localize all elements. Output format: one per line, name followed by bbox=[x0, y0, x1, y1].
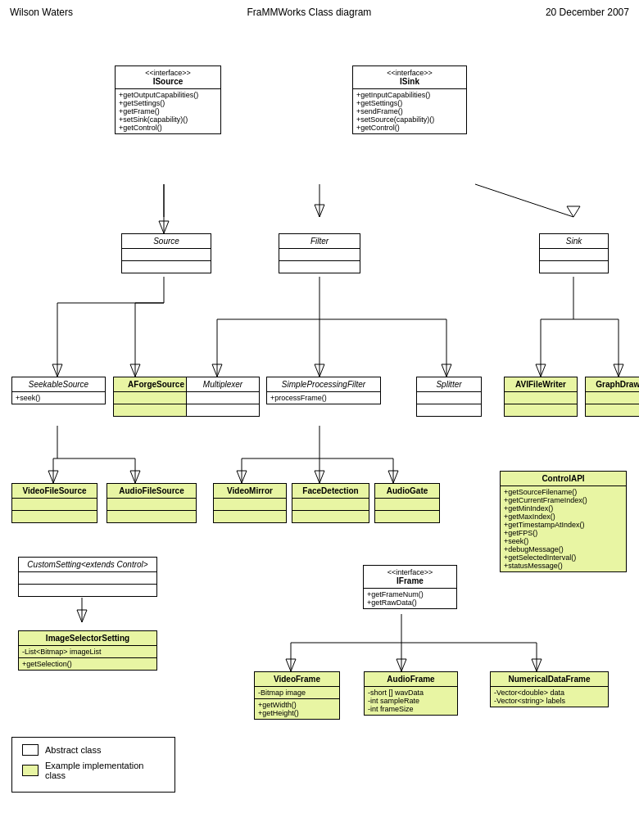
svg-marker-34 bbox=[130, 471, 140, 483]
svg-marker-25 bbox=[536, 364, 546, 377]
numericaldataframe-attrs: -Vector<double> data-Vector<string> labe… bbox=[491, 687, 608, 707]
avifilewriter-box: AVIFileWriter bbox=[504, 377, 578, 417]
audiogate-name: AudioGate bbox=[387, 486, 428, 495]
avifilewriter-name: AVIFileWriter bbox=[515, 380, 566, 389]
videoframe-attrs: -Bitmap image bbox=[255, 687, 339, 699]
svg-marker-44 bbox=[77, 610, 87, 622]
svg-marker-40 bbox=[315, 471, 324, 483]
facedetection-name: FaceDetection bbox=[302, 486, 358, 495]
isource-stereotype: <<interface>> bbox=[120, 69, 215, 77]
imageselectorsetting-attrs: -List<Bitmap> imageList bbox=[19, 646, 156, 658]
controlapi-methods: +getSourceFilename()+getCurrentFrameInde… bbox=[501, 486, 626, 571]
graphdrawer-section2 bbox=[586, 404, 639, 416]
audiogate-section2 bbox=[375, 511, 439, 522]
audiogate-box: AudioGate bbox=[374, 483, 440, 523]
svg-marker-4 bbox=[315, 205, 324, 217]
isink-methods: +getInputCapabilities()+getSettings()+se… bbox=[353, 89, 466, 133]
legend-impl: Example implementation class bbox=[22, 761, 165, 780]
sink-section1 bbox=[540, 249, 608, 261]
videofilesource-section2 bbox=[12, 511, 97, 522]
customsetting-section2 bbox=[19, 585, 156, 596]
graphdrawer-box: GraphDrawer bbox=[585, 377, 639, 417]
aforgesource-name: AForgeSource bbox=[128, 380, 184, 389]
videomirror-box: VideoMirror bbox=[213, 483, 287, 523]
multiplexer-section2 bbox=[187, 404, 259, 416]
isource-box: <<interface>> ISource +getOutputCapabili… bbox=[115, 65, 221, 134]
graphdrawer-name: GraphDrawer bbox=[596, 380, 639, 389]
source-section1 bbox=[122, 249, 211, 261]
videomirror-name: VideoMirror bbox=[227, 486, 273, 495]
iframe-box: <<interface>> IFrame +getFrameNum()+getR… bbox=[363, 565, 457, 609]
splitter-name: Splitter bbox=[436, 380, 461, 389]
spf-methods: +processFrame() bbox=[267, 392, 380, 404]
splitter-box: Splitter bbox=[416, 377, 482, 417]
svg-marker-6 bbox=[567, 206, 580, 217]
audioframe-box: AudioFrame -short [] wavData-int sampleR… bbox=[364, 671, 458, 716]
imageselectorsetting-name: ImageSelectorSetting bbox=[46, 634, 129, 643]
audioframe-name: AudioFrame bbox=[387, 675, 434, 684]
svg-marker-27 bbox=[614, 364, 623, 377]
diagram-title: FraMMWorks Class diagram bbox=[247, 7, 372, 18]
svg-marker-17 bbox=[212, 364, 222, 377]
svg-marker-1 bbox=[159, 221, 169, 233]
legend-impl-label: Example implementation class bbox=[45, 761, 165, 780]
seekablesource-methods: +seek() bbox=[12, 392, 105, 404]
isink-name: ISink bbox=[400, 77, 419, 86]
multiplexer-box: Multiplexer bbox=[186, 377, 260, 417]
legend: Abstract class Example implementation cl… bbox=[11, 737, 175, 793]
filter-section1 bbox=[279, 249, 360, 261]
audiofilesource-name: AudioFileSource bbox=[119, 486, 184, 495]
multiplexer-section1 bbox=[187, 392, 259, 404]
filter-section2 bbox=[279, 261, 360, 273]
customsetting-name: CustomSetting<extends Control> bbox=[27, 560, 147, 569]
audiofilesource-box: AudioFileSource bbox=[106, 483, 197, 523]
diagram-area: <<interface>> ISource +getOutputCapabili… bbox=[0, 25, 639, 811]
customsetting-section1 bbox=[19, 572, 156, 585]
videofilesource-name: VideoFileSource bbox=[22, 486, 86, 495]
diagram-date: 20 December 2007 bbox=[546, 7, 629, 18]
videoframe-name: VideoFrame bbox=[274, 675, 320, 684]
videofilesource-section1 bbox=[12, 499, 97, 511]
legend-abstract-box bbox=[22, 744, 39, 756]
videoframe-methods: +getWidth()+getHeight() bbox=[255, 699, 339, 719]
avifilewriter-section2 bbox=[505, 404, 577, 416]
legend-impl-box bbox=[22, 765, 39, 776]
videofilesource-box: VideoFileSource bbox=[11, 483, 97, 523]
svg-marker-19 bbox=[315, 364, 324, 377]
filter-box: Filter bbox=[279, 233, 360, 273]
controlapi-name: ControlAPI bbox=[542, 474, 584, 483]
numericaldataframe-name: NumericalDataFrame bbox=[508, 675, 590, 684]
customsetting-box: CustomSetting<extends Control> bbox=[18, 557, 157, 597]
facedetection-section2 bbox=[292, 511, 369, 522]
graphdrawer-section1 bbox=[586, 392, 639, 404]
seekablesource-name: SeekableSource bbox=[29, 380, 88, 389]
iframe-name: IFrame bbox=[397, 576, 424, 585]
legend-abstract: Abstract class bbox=[22, 744, 165, 756]
videomirror-section2 bbox=[214, 511, 286, 522]
splitter-section2 bbox=[417, 404, 481, 416]
svg-marker-52 bbox=[532, 659, 542, 671]
facedetection-box: FaceDetection bbox=[292, 483, 369, 523]
svg-line-5 bbox=[475, 184, 573, 217]
isink-box: <<interface>> ISink +getInputCapabilitie… bbox=[352, 65, 467, 134]
controlapi-box: ControlAPI +getSourceFilename()+getCurre… bbox=[500, 471, 627, 572]
svg-marker-42 bbox=[388, 471, 398, 483]
svg-marker-31 bbox=[48, 471, 58, 483]
splitter-section1 bbox=[417, 392, 481, 404]
filter-name: Filter bbox=[310, 237, 329, 246]
author: Wilson Waters bbox=[10, 7, 73, 18]
svg-marker-21 bbox=[442, 364, 451, 377]
iframe-methods: +getFrameNum()+getRawData() bbox=[364, 589, 456, 608]
isource-methods: +getOutputCapabilities()+getSettings()+g… bbox=[116, 89, 220, 133]
avifilewriter-section1 bbox=[505, 392, 577, 404]
svg-marker-50 bbox=[397, 659, 406, 671]
imageselectorsetting-box: ImageSelectorSetting -List<Bitmap> image… bbox=[18, 630, 157, 671]
multiplexer-name: Multiplexer bbox=[203, 380, 242, 389]
isource-name: ISource bbox=[153, 77, 184, 86]
iframe-stereotype: <<interface>> bbox=[369, 568, 451, 576]
spf-name: SimpleProcessingFilter bbox=[282, 380, 365, 389]
audiogate-section1 bbox=[375, 499, 439, 511]
svg-marker-48 bbox=[286, 659, 296, 671]
source-box: Source bbox=[121, 233, 211, 273]
sink-box: Sink bbox=[539, 233, 609, 273]
